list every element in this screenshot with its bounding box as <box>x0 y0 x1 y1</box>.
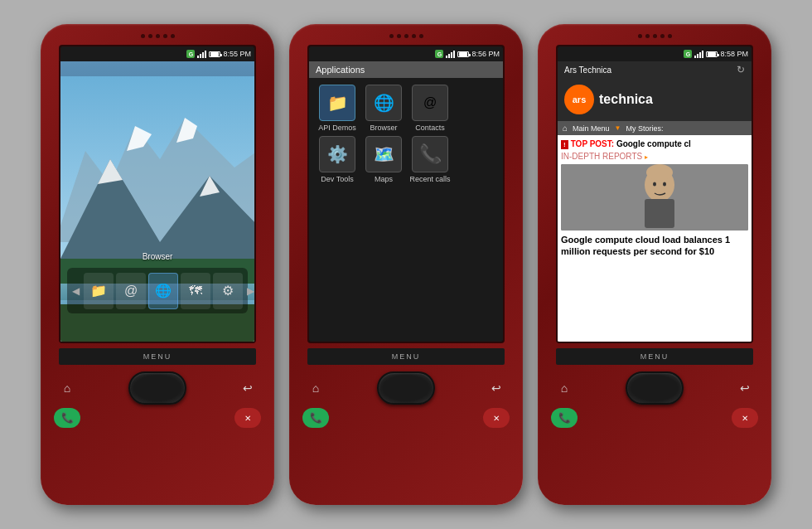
app-item-devtools[interactable]: ⚙️ Dev Tools <box>316 136 359 184</box>
app-item-browser[interactable]: 🌐 Browser <box>362 85 405 133</box>
call-button-1[interactable]: 📞 <box>54 408 80 428</box>
app-icon-maps[interactable]: 🗺️ <box>365 136 402 172</box>
svg-point-15 <box>646 164 673 181</box>
dock-icon-folder[interactable]: 📁 <box>84 273 114 309</box>
app-item-calls[interactable]: 📞 Recent calls <box>408 136 452 184</box>
ars-nav: ⌂ Main Menu ▼ My Stories: <box>558 121 752 135</box>
speaker-2 <box>389 34 423 38</box>
status-time-1: 8:55 PM <box>223 50 251 58</box>
call-row-2: 📞 ✕ <box>302 408 510 428</box>
nav-dot: ▼ <box>615 124 621 132</box>
end-button-2[interactable]: ✕ <box>483 408 510 428</box>
menu-bar-2[interactable]: MENU <box>307 348 505 365</box>
dpad-1[interactable] <box>128 371 186 405</box>
dpad-2[interactable] <box>377 371 435 405</box>
battery-icon-1 <box>209 51 220 57</box>
menu-bar-1[interactable]: MENU <box>59 348 256 365</box>
home-button-2[interactable]: ⌂ <box>302 375 329 401</box>
back-button-3[interactable]: ↩ <box>732 375 758 401</box>
top-post-label: TOP POST: <box>571 139 614 148</box>
g-icon-2: G <box>435 50 443 58</box>
end-button-3[interactable]: ✕ <box>732 408 758 428</box>
app-icon-contacts[interactable]: @ <box>412 85 448 121</box>
in-depth-reports: IN-DEPTH REPORTS ▸ <box>561 152 748 161</box>
status-time-3: 8:58 PM <box>720 50 748 58</box>
status-bar-2: G 8:56 PM <box>309 46 503 61</box>
app-label-devtools: Dev Tools <box>321 175 353 184</box>
ars-header: ars technica <box>558 78 752 121</box>
article-image-svg <box>561 164 748 231</box>
status-bar-3: G 8:58 PM <box>558 46 752 61</box>
app-title-bar: Applications <box>309 61 503 78</box>
call-row-3: 📞 ✕ <box>551 408 758 428</box>
speaker-1 <box>141 34 175 38</box>
screen-1[interactable]: G 8:55 PM <box>59 45 256 343</box>
refresh-icon[interactable]: ↻ <box>737 64 745 75</box>
svg-point-13 <box>653 182 656 187</box>
phone-bottom-2: MENU ⌂ ↩ 📞 ✕ <box>297 348 515 428</box>
app-icon-devtools[interactable]: ⚙️ <box>319 136 355 172</box>
g-icon-3: G <box>684 50 692 58</box>
app-icon-calls[interactable]: 📞 <box>412 136 448 172</box>
phone-bottom-1: MENU ⌂ ↩ 📞 ✕ <box>49 348 266 428</box>
app-item-maps[interactable]: 🗺️ Maps <box>362 136 405 184</box>
top-post-headline: Google compute cl <box>616 139 691 148</box>
svg-point-14 <box>663 182 666 187</box>
top-post-text: TOP POST: Google compute cl <box>571 138 691 149</box>
home-nav-icon[interactable]: ⌂ <box>563 124 568 133</box>
app-item-contacts[interactable]: @ Contacts <box>408 85 452 133</box>
signal-3 <box>694 51 703 58</box>
home-button-3[interactable]: ⌂ <box>551 375 578 401</box>
dpad-3[interactable] <box>626 371 684 405</box>
app-icon-api[interactable]: 📁 <box>319 85 355 121</box>
ars-logo: ars technica <box>564 85 653 114</box>
app-label-browser: Browser <box>370 124 397 133</box>
call-row-1: 📞 ✕ <box>54 408 261 428</box>
app-label-maps: Maps <box>375 175 393 184</box>
dock-arrow-left[interactable]: ◀ <box>70 285 81 297</box>
browser-bar: Ars Technica ↻ <box>558 61 752 78</box>
signal-1 <box>197 51 206 58</box>
svg-rect-12 <box>645 199 674 228</box>
nav-main-menu[interactable]: Main Menu <box>573 124 610 133</box>
phone-3: G 8:58 PM Ars Technica ↻ a <box>538 24 771 505</box>
status-bar-1: G 8:55 PM <box>60 46 254 61</box>
battery-icon-3 <box>706 51 718 57</box>
browser-title: Ars Technica <box>564 66 611 75</box>
dock-bar: ◀ 📁 @ 🌐 🗺 ⚙ ▶ <box>67 268 248 313</box>
article-title: Google compute cloud load balances 1 mil… <box>561 234 748 258</box>
back-button-2[interactable]: ↩ <box>483 375 510 401</box>
app-item-api[interactable]: 📁 API Demos <box>316 85 359 133</box>
apps-screen: Applications 📁 API Demos 🌐 Browser @ Con… <box>309 61 503 343</box>
dock-arrow-right[interactable]: ▶ <box>245 285 254 297</box>
nav-row-3: ⌂ ↩ <box>551 371 758 405</box>
phone-1: G 8:55 PM <box>41 24 274 505</box>
dock-icon-maps[interactable]: 🗺 <box>181 273 210 309</box>
app-grid: 📁 API Demos 🌐 Browser @ Contacts ⚙️ Dev … <box>309 78 503 191</box>
nav-my-stories[interactable]: My Stories: <box>626 124 664 133</box>
app-label-contacts: Contacts <box>415 124 445 133</box>
dock-icon-gear[interactable]: ⚙ <box>213 273 243 309</box>
phone-2: G 8:56 PM Applications 📁 API Demos 🌐 <box>289 24 523 505</box>
article-image <box>561 164 748 231</box>
dock-icon-browser[interactable]: 🌐 <box>148 273 178 309</box>
signal-2 <box>446 51 455 58</box>
ars-technica-text: technica <box>599 92 653 107</box>
phone-bottom-3: MENU ⌂ ↩ 📞 ✕ <box>546 348 763 428</box>
screen-3[interactable]: G 8:58 PM Ars Technica ↻ a <box>556 45 753 343</box>
screen-2[interactable]: G 8:56 PM Applications 📁 API Demos 🌐 <box>307 45 505 343</box>
back-button-1[interactable]: ↩ <box>234 375 261 401</box>
dock-icon-contacts[interactable]: @ <box>116 273 146 309</box>
home-button-1[interactable]: ⌂ <box>54 375 80 401</box>
speaker-3 <box>638 34 672 38</box>
ars-circle: ars <box>564 85 594 114</box>
menu-bar-3[interactable]: MENU <box>556 348 753 365</box>
top-post-badge: ! <box>561 140 568 149</box>
call-button-2[interactable]: 📞 <box>302 408 329 428</box>
nav-row-1: ⌂ ↩ <box>54 371 261 405</box>
app-icon-browser[interactable]: 🌐 <box>365 85 402 121</box>
g-icon-1: G <box>186 50 195 58</box>
home-screen: Browser ◀ 📁 @ 🌐 🗺 ⚙ ▶ <box>60 61 254 343</box>
call-button-3[interactable]: 📞 <box>551 408 578 428</box>
end-button-1[interactable]: ✕ <box>234 408 261 428</box>
